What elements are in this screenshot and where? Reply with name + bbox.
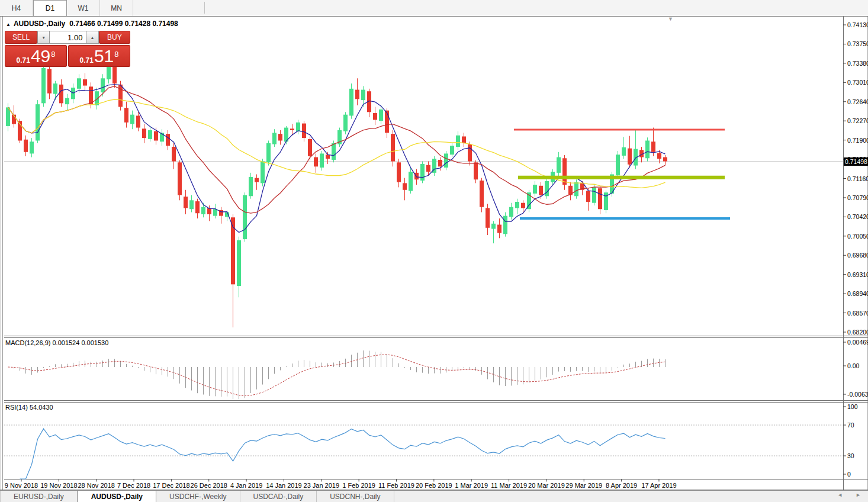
date-axis-label: 29 Mar 2019 [565, 482, 602, 489]
buy-price-big: 51 [94, 48, 114, 65]
rsi-axis-label: 30 [847, 452, 854, 459]
date-axis-label: 14 Jan 2019 [266, 482, 302, 489]
date-axis-label: 1 Mar 2019 [455, 482, 488, 489]
trading-terminal-window: H4D1W1MN ▲AUDUSD-,Daily0.71466 0.71499 0… [0, 0, 868, 502]
chart-title: ▲AUDUSD-,Daily0.71466 0.71499 0.71428 0.… [6, 20, 178, 28]
macd-signal-line [8, 355, 666, 396]
price-axis-label: 0.68940 [847, 290, 868, 297]
macd-axis-label: -0.00639 [847, 391, 868, 398]
price-axis-label: 0.70790 [847, 194, 868, 201]
tab-scroll-left-icon[interactable]: ◄ [837, 492, 843, 498]
sell-button[interactable]: SELL [5, 31, 37, 44]
pair-tab-AUDUSD[interactable]: AUDUSD-,Daily [78, 491, 156, 502]
date-axis-label: 4 Jan 2019 [230, 482, 262, 489]
macd-axis-label: 0.004694 [847, 339, 868, 346]
timeframe-toolbar: H4D1W1MN [0, 0, 868, 17]
price-axis-label: 0.68200 [847, 329, 868, 336]
date-axis-label: 28 Nov 2018 [78, 482, 114, 489]
sell-price-big: 49 [31, 48, 50, 65]
rsi-axis-label: 0 [847, 471, 851, 478]
chart-tab-bar: EURUSD-,DailyAUDUSD-,DailyUSDCHF-,Weekly… [0, 490, 868, 502]
tab-scroll-right-icon[interactable]: ► [856, 492, 861, 498]
date-axis-label: 9 Nov 2018 [5, 482, 38, 489]
price-axis-label: 0.69310 [847, 271, 868, 278]
pair-tab-USDCNH[interactable]: USDCNH-,Daily [317, 491, 394, 502]
ohlc-values: 0.71466 0.71499 0.71428 0.71498 [69, 20, 178, 28]
buy-price-prefix: 0.71 [80, 56, 94, 65]
price-axis-label: 0.73380 [847, 60, 868, 67]
rsi-line [20, 429, 666, 479]
sell-price-pipette: 8 [51, 46, 55, 63]
date-axis-label: 11 Mar 2019 [491, 482, 527, 489]
buy-quote-box[interactable]: 0.71518 [68, 45, 130, 67]
date-axis-label: 11 Feb 2019 [378, 482, 414, 489]
one-click-trade-panel: SELL ▼ 1.00 ▲ BUY 0.71498 0.71518 [5, 31, 130, 67]
price-chart-canvas[interactable] [0, 0, 868, 502]
sell-price-prefix: 0.71 [17, 56, 30, 65]
date-axis-label: 26 Dec 2018 [191, 482, 227, 489]
date-axis-label: 7 Dec 2018 [117, 482, 150, 489]
macd-axis-label: 0.00 [847, 362, 859, 369]
price-axis-label: 0.73750 [847, 40, 868, 47]
volume-decrease-button[interactable]: ▼ [37, 31, 50, 44]
rsi-axis-label: 100 [847, 403, 858, 410]
date-axis-label: 20 Feb 2019 [416, 482, 452, 489]
date-axis-label: 17 Dec 2018 [153, 482, 189, 489]
volume-input[interactable]: 1.00 [50, 31, 86, 44]
ma_mid-line [8, 86, 666, 214]
price-axis-label: 0.74130 [847, 21, 868, 28]
current-price-tag: 0.71498 [844, 157, 868, 166]
buy-button[interactable]: BUY [99, 31, 130, 44]
price-axis-label: 0.72270 [847, 117, 868, 124]
date-axis-label: 20 Mar 2019 [528, 482, 565, 489]
pair-tab-USDCHF[interactable]: USDCHF-,Weekly [156, 491, 240, 502]
macd-label: MACD(12,26,9) 0.001524 0.001530 [5, 339, 108, 346]
timeframe-tab-D1[interactable]: D1 [33, 0, 67, 16]
rsi-label: RSI(14) 54.0430 [5, 404, 53, 411]
date-axis-label: 1 Feb 2019 [342, 482, 375, 489]
collapse-triangle-icon[interactable]: ▲ [6, 22, 11, 27]
price-axis-label: 0.70420 [847, 213, 868, 220]
rsi-axis-label: 70 [847, 421, 854, 429]
sell-quote-box[interactable]: 0.71498 [5, 45, 67, 67]
tab-scroll-arrows: ◄ ► [837, 492, 861, 498]
macd-histogram [8, 350, 666, 399]
price-axis-label: 0.71160 [847, 175, 868, 182]
price-axis-label: 0.73010 [847, 79, 868, 86]
symbol-period-label: AUDUSD-,Daily [14, 20, 65, 28]
date-axis-label: 19 Nov 2018 [40, 482, 77, 489]
timeframe-tab-W1[interactable]: W1 [67, 0, 100, 16]
price-axis-label: 0.70050 [847, 233, 868, 240]
pair-tab-EURUSD[interactable]: EURUSD-,Daily [0, 491, 78, 502]
buy-price-pipette: 8 [114, 46, 118, 63]
price-axis-label: 0.68570 [847, 310, 868, 317]
price-axis-label: 0.72640 [847, 98, 868, 105]
timeframe-tab-H4[interactable]: H4 [0, 0, 33, 16]
price-axis-label: 0.71900 [847, 137, 868, 144]
date-axis-label: 23 Jan 2019 [304, 482, 340, 489]
chart-shift-marker-icon[interactable]: ▼ [668, 16, 673, 22]
timeframe-tab-MN[interactable]: MN [100, 0, 133, 16]
date-axis-label: 8 Apr 2019 [606, 482, 637, 489]
volume-increase-button[interactable]: ▲ [86, 31, 98, 44]
date-axis-label: 17 Apr 2019 [641, 482, 676, 489]
pair-tab-USDCAD[interactable]: USDCAD-,Daily [240, 491, 317, 502]
price-axis-label: 0.69680 [847, 252, 868, 259]
toolbar-divider [204, 2, 205, 14]
